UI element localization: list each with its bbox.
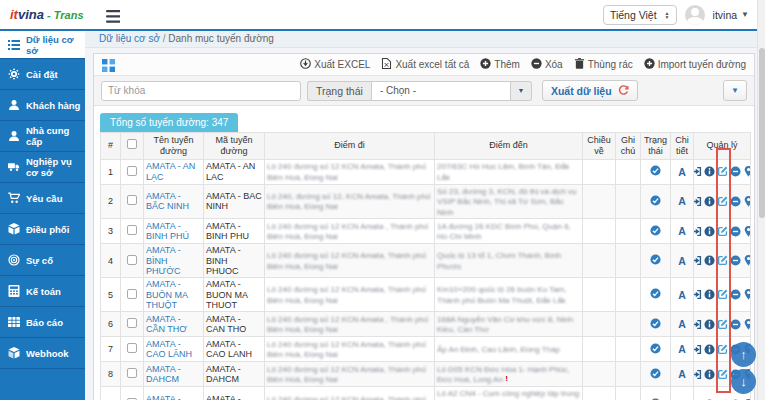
scroll-to-top-button[interactable]: ↑ — [731, 342, 756, 367]
route-name-link[interactable]: AMATA - BUÔN MA THUỘT — [146, 279, 188, 310]
assign-icon[interactable] — [694, 319, 702, 330]
assign-icon[interactable] — [694, 226, 702, 237]
route-name-link[interactable]: AMATA - BÌNH PHƯỚC — [146, 245, 181, 276]
detail-font-icon[interactable]: A — [678, 195, 686, 207]
location-icon[interactable] — [743, 196, 751, 207]
remove-icon[interactable] — [730, 226, 741, 237]
assign-icon[interactable] — [694, 289, 702, 300]
row-checkbox[interactable] — [127, 255, 137, 265]
sidebar-item-9[interactable]: Kế toán — [0, 276, 85, 307]
detail-font-icon[interactable]: A — [678, 289, 686, 301]
remove-icon[interactable] — [730, 255, 741, 266]
sidebar-item-6[interactable]: Yêu cầu — [0, 183, 85, 214]
status-select[interactable]: - Chọn - — [371, 81, 511, 101]
info-icon[interactable] — [704, 166, 715, 177]
row-checkbox[interactable] — [127, 318, 137, 328]
scroll-to-bottom-button[interactable]: ↓ — [731, 369, 756, 394]
row-checkbox[interactable] — [127, 289, 137, 299]
avatar[interactable] — [685, 5, 705, 25]
toolbar-action-5[interactable]: Thùng rác — [574, 58, 633, 71]
route-name-link[interactable]: AMATA - CAO LÃNH — [146, 339, 192, 359]
detail-font-icon[interactable]: A — [678, 255, 686, 267]
toolbar-action-6[interactable]: Import tuyến đường — [644, 58, 746, 71]
detail-font-icon[interactable]: A — [678, 225, 686, 237]
assign-icon[interactable] — [694, 255, 702, 266]
keyword-input[interactable] — [101, 81, 301, 101]
info-icon[interactable] — [704, 319, 715, 330]
assign-icon[interactable] — [694, 344, 702, 355]
sidebar-item-5[interactable]: Nghiệp vụ cơ sở — [0, 152, 85, 183]
edit-icon[interactable] — [717, 319, 728, 330]
toolbar-action-4[interactable]: Xóa — [531, 58, 563, 71]
status-active-icon[interactable] — [650, 228, 661, 238]
status-active-icon[interactable] — [650, 257, 661, 267]
row-checkbox[interactable] — [127, 225, 137, 235]
sidebar-item-10[interactable]: Báo cáo — [0, 307, 85, 338]
sidebar-item-1[interactable]: Dữ liệu cơ sở — [0, 31, 85, 59]
detail-font-icon[interactable]: A — [678, 166, 686, 178]
row-checkbox[interactable] — [127, 343, 137, 353]
info-icon[interactable] — [704, 226, 715, 237]
status-active-icon[interactable] — [650, 321, 661, 331]
row-checkbox[interactable] — [127, 195, 137, 205]
detail-font-icon[interactable]: A — [678, 343, 686, 355]
edit-icon[interactable] — [717, 166, 728, 177]
assign-icon[interactable] — [694, 369, 702, 380]
location-icon[interactable] — [743, 289, 751, 300]
route-name-link[interactable]: AMATA - DAHCM — [146, 364, 181, 384]
location-icon[interactable] — [743, 166, 751, 177]
edit-icon[interactable] — [717, 255, 728, 266]
status-select-caret-icon[interactable]: ▼ — [511, 81, 532, 101]
status-active-icon[interactable] — [650, 168, 661, 178]
remove-icon[interactable] — [730, 166, 741, 177]
menu-toggle-icon[interactable] — [106, 9, 121, 21]
detail-font-icon[interactable]: A — [678, 368, 686, 380]
info-icon[interactable] — [704, 369, 715, 380]
route-name-link[interactable]: AMATA - BINH PHÚ — [146, 221, 189, 241]
scrollbar-thumb[interactable] — [759, 48, 765, 218]
edit-icon[interactable] — [717, 344, 728, 355]
user-menu[interactable]: itvina ▼ — [713, 9, 749, 21]
sidebar-item-2[interactable]: Cài đặt — [0, 59, 85, 90]
edit-icon[interactable] — [717, 226, 728, 237]
sidebar-item-3[interactable]: Khách hàng — [0, 90, 85, 121]
route-name-link[interactable]: AMATA - BẮC NINH — [146, 191, 189, 211]
sidebar-item-11[interactable]: Webhook — [0, 338, 85, 369]
sidebar-item-4[interactable]: Nhà cung cấp — [0, 121, 85, 152]
status-active-icon[interactable] — [650, 371, 661, 381]
sidebar-item-8[interactable]: Sự cố — [0, 245, 85, 276]
edit-icon[interactable] — [717, 196, 728, 207]
page-scrollbar[interactable] — [757, 0, 765, 400]
status-active-icon[interactable] — [650, 198, 661, 208]
info-icon[interactable] — [704, 255, 715, 266]
detail-font-icon[interactable]: A — [678, 318, 686, 330]
status-active-icon[interactable] — [650, 291, 661, 301]
route-name-link[interactable]: AMATA - DAHN — [146, 394, 181, 400]
row-checkbox[interactable] — [127, 166, 137, 176]
assign-icon[interactable] — [694, 196, 702, 207]
language-select[interactable]: Tiếng Việt ▲▼ — [603, 5, 677, 25]
filter-expand-button[interactable]: ▼ — [723, 80, 747, 101]
remove-icon[interactable] — [730, 196, 741, 207]
edit-icon[interactable] — [717, 289, 728, 300]
status-active-icon[interactable] — [650, 346, 661, 356]
remove-icon[interactable] — [730, 289, 741, 300]
route-name-link[interactable]: AMATA - CẦN THƠ — [146, 314, 187, 334]
assign-icon[interactable] — [694, 166, 702, 177]
info-icon[interactable] — [704, 196, 715, 207]
sidebar-item-7[interactable]: Điều phối — [0, 214, 85, 245]
edit-icon[interactable] — [717, 369, 728, 380]
location-icon[interactable] — [743, 255, 751, 266]
location-icon[interactable] — [743, 319, 751, 330]
export-data-button[interactable]: Xuất dữ liệu — [542, 80, 638, 101]
toolbar-action-2[interactable]: Xuất excel tất cả — [381, 58, 469, 71]
toolbar-action-1[interactable]: Xuất EXCEL — [300, 58, 370, 71]
row-checkbox[interactable] — [127, 368, 137, 378]
info-icon[interactable] — [704, 289, 715, 300]
route-name-link[interactable]: AMATA - AN LẠC — [146, 161, 195, 181]
remove-icon[interactable] — [730, 319, 741, 330]
location-icon[interactable] — [743, 226, 751, 237]
select-all-checkbox[interactable] — [127, 139, 137, 149]
breadcrumb-parent[interactable]: Dữ liệu cơ sở — [99, 33, 160, 44]
info-icon[interactable] — [704, 344, 715, 355]
